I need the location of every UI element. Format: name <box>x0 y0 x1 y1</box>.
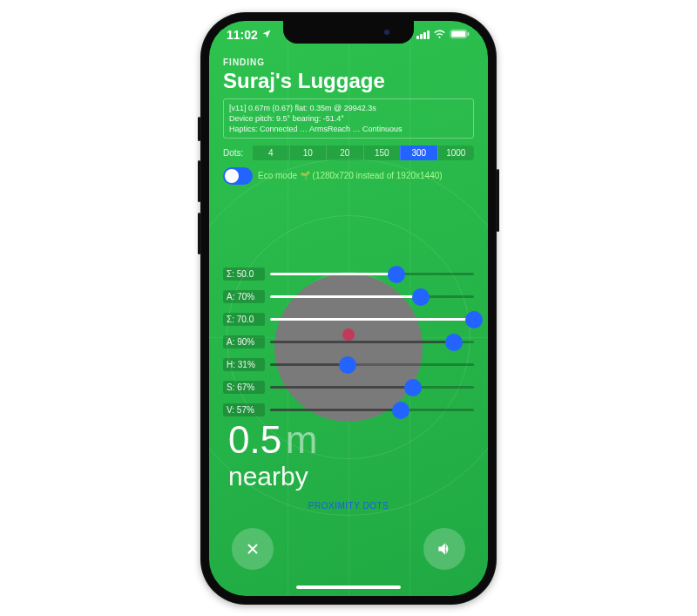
wifi-icon <box>433 28 446 42</box>
cell-signal-icon <box>416 30 430 39</box>
seg-300[interactable]: 300 <box>400 146 437 160</box>
debug-line-1: [v11] 0.67m (0.67) flat: 0.35m @ 29942.3… <box>229 103 468 113</box>
seg-1000[interactable]: 1000 <box>437 146 475 160</box>
location-icon <box>261 28 272 42</box>
seg-150[interactable]: 150 <box>363 146 401 160</box>
dots-label: Dots: <box>223 148 253 158</box>
phone-screen: 11:02 FINDING Suraj's Luggage <box>209 21 488 596</box>
svg-rect-1 <box>451 30 465 37</box>
status-time: 11:02 <box>227 28 258 42</box>
debug-line-2: Device pitch: 9.5° bearing: -51.4° <box>229 113 468 124</box>
eco-mode-label: Eco mode 🌱 (1280x720 instead of 1920x144… <box>258 171 443 180</box>
phone-mockup-frame: 11:02 FINDING Suraj's Luggage <box>200 12 497 605</box>
power-button <box>497 169 499 232</box>
notch <box>283 21 414 44</box>
finding-label: FINDING <box>223 58 474 67</box>
debug-overlay: [v11] 0.67m (0.67) flat: 0.35m @ 29942.3… <box>223 98 474 139</box>
seg-10[interactable]: 10 <box>289 146 327 160</box>
volume-up-button <box>198 160 200 202</box>
debug-line-3: Haptics: Connected … ArmsReach … Continu… <box>229 124 468 134</box>
silence-switch <box>198 117 200 141</box>
battery-icon <box>450 28 470 42</box>
seg-20[interactable]: 20 <box>326 146 363 160</box>
svg-rect-2 <box>468 31 470 35</box>
volume-down-button <box>198 213 200 254</box>
eco-mode-toggle[interactable] <box>223 167 253 185</box>
dots-segmented-control[interactable]: Dots: 4 10 20 150 300 1000 <box>223 146 474 160</box>
device-name: Suraj's Luggage <box>223 69 474 93</box>
seg-4[interactable]: 4 <box>253 146 289 160</box>
